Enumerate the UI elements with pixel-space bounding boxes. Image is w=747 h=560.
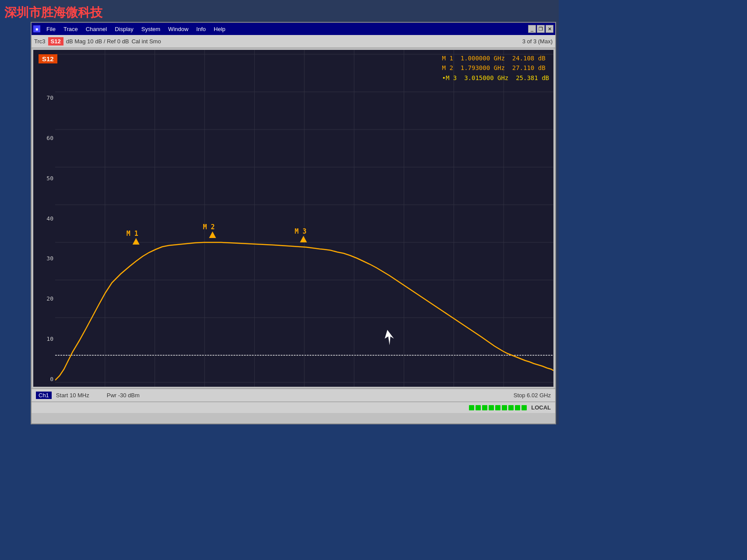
stop-freq: Stop 6.02 GHz — [514, 392, 551, 399]
menu-system[interactable]: System — [138, 26, 164, 32]
menu-trace[interactable]: Trace — [60, 26, 81, 32]
status-dot-4 — [489, 405, 494, 410]
cal-status: Cal int Smo — [131, 38, 161, 45]
y-label-20: 20 — [33, 295, 55, 302]
y-label-60: 60 — [33, 135, 55, 141]
status-dots — [469, 405, 527, 410]
menu-bar: File Trace Channel Display System Window… — [43, 26, 528, 32]
start-freq: Start 10 MHz — [56, 392, 89, 399]
menu-info[interactable]: Info — [193, 26, 209, 32]
instrument-window: ■ File Trace Channel Display System Wind… — [31, 22, 556, 424]
y-label-40: 40 — [33, 215, 55, 222]
menu-file[interactable]: File — [43, 26, 59, 32]
watermark-text: 深圳市胜海微科技 — [4, 4, 102, 21]
close-button[interactable]: ✕ — [546, 25, 553, 33]
chart-svg: M 1 M 2 M 3 — [55, 50, 553, 387]
trace-id: Trc3 — [34, 38, 46, 45]
status-bar: Ch1 Start 10 MHz Pwr -30 dBm Stop 6.02 G… — [32, 388, 555, 402]
side-panel-left — [0, 0, 31, 560]
toolbar: Trc3 S12 dB Mag 10 dB / Ref 0 dB Cal int… — [32, 35, 555, 48]
title-bar: ■ File Trace Channel Display System Wind… — [32, 23, 555, 35]
marker-info-panel: M 1 1.000000 GHz 24.108 dB M 2 1.793000 … — [442, 53, 549, 83]
side-panel-right — [559, 0, 747, 560]
menu-channel[interactable]: Channel — [82, 26, 110, 32]
side-panel-bottom — [31, 424, 559, 560]
minimize-button[interactable]: _ — [528, 25, 536, 33]
status-text: Start 10 MHz Pwr -30 dBm Stop 6.02 GHz — [56, 392, 551, 399]
power-level: Pwr -30 dBm — [107, 392, 140, 399]
marker-3-info: •M 3 3.015000 GHz 25.381 dB — [442, 73, 549, 83]
local-indicator: LOCAL — [531, 404, 551, 411]
s-param-indicator[interactable]: S12 — [48, 37, 63, 46]
marker-2-info: M 2 1.793000 GHz 27.110 dB — [442, 63, 549, 73]
status-dot-2 — [476, 405, 481, 410]
svg-text:M 1: M 1 — [127, 230, 138, 238]
y-label-30: 30 — [33, 255, 55, 262]
status-dot-5 — [495, 405, 500, 410]
bottom-bar: LOCAL — [32, 402, 555, 413]
restore-button[interactable]: ❐ — [537, 25, 545, 33]
marker-1-info: M 1 1.000000 GHz 24.108 dB — [442, 53, 549, 63]
status-dot-8 — [515, 405, 520, 410]
status-dot-3 — [482, 405, 487, 410]
y-label-70: 70 — [33, 94, 55, 101]
svg-text:M 3: M 3 — [295, 228, 307, 235]
status-dot-6 — [502, 405, 507, 410]
y-label-10: 10 — [33, 336, 55, 342]
page-info: 3 of 3 (Max) — [522, 38, 553, 45]
cursor-pointer — [385, 330, 394, 345]
y-label-50: 50 — [33, 175, 55, 182]
db-settings: dB Mag 10 dB / Ref 0 dB — [66, 38, 129, 45]
marker-2-arrow — [209, 231, 216, 238]
title-bar-controls: _ ❐ ✕ — [528, 25, 553, 33]
s-param-badge: S12 — [39, 54, 57, 63]
status-dot-7 — [508, 405, 514, 410]
chart-area: S12 M 1 1.000000 GHz 24.108 dB M 2 1.793… — [33, 50, 553, 387]
y-axis: 80 70 60 50 40 30 20 10 0 — [33, 50, 55, 387]
marker-1-arrow — [133, 238, 140, 245]
app-icon: ■ — [33, 25, 40, 32]
marker-3-arrow — [300, 236, 307, 242]
status-dot-1 — [469, 405, 474, 410]
svg-text:M 2: M 2 — [203, 223, 215, 231]
y-label-0: 0 — [33, 376, 55, 382]
menu-help[interactable]: Help — [210, 26, 229, 32]
menu-display[interactable]: Display — [111, 26, 137, 32]
status-dot-9 — [521, 405, 527, 410]
menu-window[interactable]: Window — [165, 26, 192, 32]
channel-indicator: Ch1 — [36, 392, 52, 399]
